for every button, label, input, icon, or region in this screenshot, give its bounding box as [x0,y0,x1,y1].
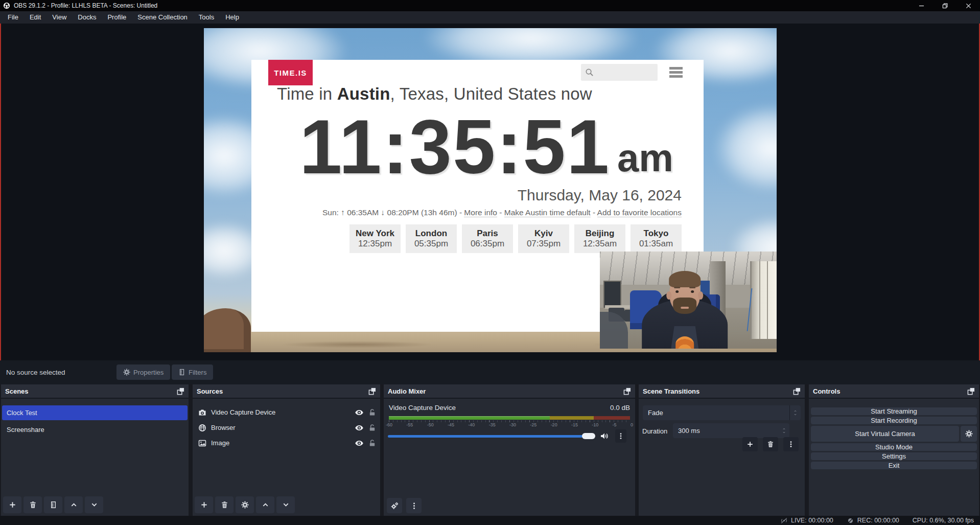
start-recording-button[interactable]: Start Recording [811,417,977,424]
trash-icon [29,501,37,509]
menu-bar: File Edit View Docks Profile Scene Colle… [0,11,980,24]
dune-shadow [281,341,434,348]
desert-mound [204,308,251,352]
transition-properties-button[interactable] [783,437,799,451]
source-item-video-capture[interactable]: Video Capture Device [194,405,379,420]
start-streaming-button[interactable]: Start Streaming [811,407,977,415]
audio-mixer-header[interactable]: Audio Mixer [384,384,635,399]
menu-view[interactable]: View [46,11,72,24]
menu-tools[interactable]: Tools [193,11,220,24]
add-transition-button[interactable] [742,437,758,451]
source-status-text: No source selected [6,360,65,384]
remove-source-button[interactable] [215,496,234,513]
chevron-up-icon [70,501,78,509]
popout-icon[interactable] [793,387,801,395]
filter-icon [178,369,185,376]
duration-label: Duration [642,427,667,435]
exit-button[interactable]: Exit [811,462,977,469]
add-source-button[interactable] [195,496,213,513]
controls-title: Controls [813,387,840,395]
start-virtual-camera-button[interactable]: Start Virtual Camera [811,426,959,442]
volume-slider[interactable] [388,435,591,438]
transition-select[interactable]: Fade [643,405,801,420]
mixer-menu-button[interactable] [406,498,422,513]
advanced-audio-button[interactable] [387,498,402,513]
webcam-person [641,272,728,349]
popout-icon[interactable] [368,387,376,395]
duration-spin-arrows[interactable] [778,423,789,438]
obs-logo-icon [3,2,10,9]
gear-icon [123,369,130,376]
world-time-tokyo: Tokyo01:35am [631,224,682,253]
move-source-down-button[interactable] [276,496,295,513]
world-time-kyiv: Kyiv07:35pm [518,224,569,253]
timeis-search-box [581,64,658,81]
remove-scene-button[interactable] [24,496,42,513]
source-context-toolbar: No source selected Properties Filters [0,360,980,384]
sources-header[interactable]: Sources [193,384,380,399]
chevron-down-icon [90,501,98,509]
scene-item-screenshare[interactable]: Screenshare [2,422,188,437]
transition-select-arrows[interactable] [789,405,801,420]
menu-edit[interactable]: Edit [24,11,46,24]
duration-spinbox[interactable]: 300 ms [673,423,789,438]
menu-profile[interactable]: Profile [102,11,132,24]
chevron-up-icon [793,409,798,413]
audio-mixer-panel: Audio Mixer Video Capture Device 0.0 dB … [384,384,635,516]
webcam-video-overlay [600,252,777,349]
audio-mixer-title: Audio Mixer [388,387,426,395]
chevron-down-icon [782,431,786,434]
scene-transitions-title: Scene Transitions [643,387,699,395]
meter-tick-labels: -60-55-50-45-40-35-30-25-20-15-10-50 [386,422,633,427]
record-inactive-icon [847,517,854,524]
popout-icon[interactable] [177,387,184,395]
filters-button[interactable]: Filters [172,364,213,380]
lock-icon[interactable] [368,439,376,447]
minimize-button[interactable] [909,0,933,11]
visibility-eye-icon[interactable] [355,423,364,432]
scene-item-clock-test[interactable]: Clock Test [2,405,188,420]
close-button[interactable] [956,0,980,11]
move-scene-up-button[interactable] [64,496,83,513]
speaker-icon[interactable] [600,431,609,441]
remove-transition-button[interactable] [763,437,778,451]
dots-icon [410,502,418,510]
scene-preview[interactable]: TIME.IS Time in Austin, Texas, United St… [204,28,777,352]
volume-slider-handle[interactable] [582,433,595,439]
trash-icon [221,501,228,509]
mixer-channel-menu-button[interactable] [615,429,626,443]
plus-icon [746,441,754,448]
source-item-browser[interactable]: Browser [194,420,379,435]
close-icon [966,3,971,9]
scenes-header[interactable]: Scenes [1,384,189,399]
visibility-eye-icon[interactable] [355,408,364,417]
source-properties-button[interactable] [236,496,254,513]
properties-button[interactable]: Properties [116,364,170,380]
restore-button[interactable] [933,0,956,11]
menu-scene-collection[interactable]: Scene Collection [132,11,193,24]
menu-docks[interactable]: Docks [72,11,102,24]
make-default-link: Make Austin time default [504,208,591,217]
lock-icon[interactable] [368,424,376,431]
virtual-camera-config-button[interactable] [961,426,977,442]
preview-canvas[interactable]: TIME.IS Time in Austin, Texas, United St… [0,24,980,360]
menu-file[interactable]: File [2,11,24,24]
scene-transitions-header[interactable]: Scene Transitions [639,384,805,399]
add-scene-button[interactable] [3,496,21,513]
controls-header[interactable]: Controls [809,384,979,399]
move-scene-down-button[interactable] [85,496,103,513]
hamburger-menu-icon [669,67,683,78]
menu-help[interactable]: Help [220,11,245,24]
lock-icon[interactable] [368,408,376,416]
stream-inactive-icon [780,517,788,524]
visibility-eye-icon[interactable] [355,439,364,448]
canvas-left-edge-marker [0,24,1,360]
status-bar: LIVE: 00:00:00 REC: 00:00:00 CPU: 0.6%, … [0,516,980,525]
move-source-up-button[interactable] [256,496,274,513]
scene-filters-button[interactable] [44,496,62,513]
popout-icon[interactable] [967,387,975,395]
popout-icon[interactable] [623,387,631,395]
source-item-image[interactable]: Image [194,436,379,450]
settings-button[interactable]: Settings [811,452,977,460]
studio-mode-button[interactable]: Studio Mode [811,443,977,451]
